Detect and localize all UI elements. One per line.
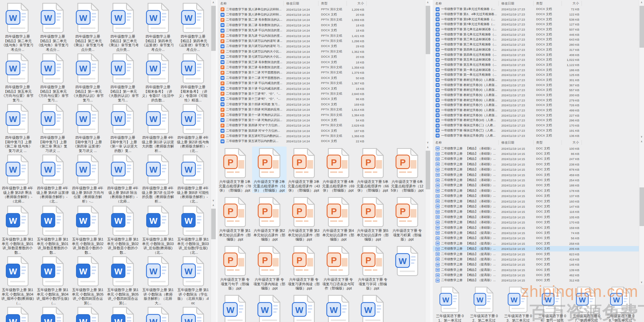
- file-icon-item[interactable]: W: [321, 293, 355, 322]
- file-row[interactable]: W 一年级数学下册 第5单元过关检测卷（... 2024/11/19 17:23…: [433, 17, 639, 22]
- scroll-down-icon[interactable]: ∨: [639, 134, 644, 139]
- scrollbar[interactable]: ∧ ∨: [211, 0, 216, 203]
- scroll-up-icon[interactable]: ∧: [211, 203, 216, 208]
- column-header-name[interactable]: 名称: [433, 140, 499, 145]
- file-icon-item[interactable]: W 四年级数学上册 【精品】第三单元《乘法》章节复习考点分类...: [70, 1, 105, 52]
- file-row[interactable]: P 二年级数学下册 第六讲万以内的读写 课... 2024/11/19 14:2…: [218, 38, 425, 43]
- file-icon-item[interactable]: W 五年级数学上册 第1单元 小数除法_第03讲_近似数(教师版)（北...: [140, 204, 175, 255]
- file-row[interactable]: W 一年级数学下册 第一单元达标测试卷（... 2024/11/19 17:23…: [433, 67, 639, 72]
- file-row[interactable]: P 二年级数学下册 第二讲 有余数除法的认... 2024/11/19 14:2…: [218, 17, 425, 23]
- file-icon-item[interactable]: W 五年级数学上册 第1单元 小数除法_第04讲_循环小数(学生版)（...: [35, 255, 70, 305]
- file-row[interactable]: P 二年级数学下册 第三讲 有余数除法的竖... 2024/11/19 14:2…: [218, 65, 425, 70]
- file-icon-item[interactable]: P 六年级语文下册 第4单元知识点课件（部编版）.ppt: [321, 195, 355, 242]
- file-icon-item[interactable]: W: [70, 305, 105, 322]
- column-header-date[interactable]: 修改日期: [499, 1, 534, 6]
- file-row[interactable]: W 一年级数学下册 第四单元过关检测卷（... 2024/11/19 17:23…: [433, 52, 639, 57]
- file-icon-item[interactable]: W 四年级数学上册 【期中复习】上册《第三章 乘法》复习讲义 ...: [35, 102, 70, 153]
- file-icon-item[interactable]: P 六年级语文下册 专项复习课内阅读（部编版）.ppt: [252, 244, 287, 291]
- file-row[interactable]: W 二年级数学上册 【精品】（基础版）... 2024/11/19 14:15 …: [433, 225, 639, 230]
- file-row[interactable]: W 一年级数学下册 教材过关卷(2)（人教版... 2024/11/19 17:…: [433, 78, 639, 83]
- file-row[interactable]: W 二年级数学上册 【精品】（基础版）... 2024/11/19 14:15 …: [433, 167, 639, 172]
- file-icon-item[interactable]: W: [287, 293, 321, 322]
- file-icon-item[interactable]: W 五年级数学上册 第1讲 小数除法（学生版）（北师大版）.doc: [175, 255, 211, 305]
- file-icon-item[interactable]: P 六年级语文下册 专项复习口语表达与写作（部编版）.ppt: [321, 244, 355, 291]
- scrollbar-thumb[interactable]: [639, 6, 644, 48]
- scroll-down-icon[interactable]: ∨: [639, 280, 644, 285]
- file-row[interactable]: W 一年级数学下册 教材过关卷(3)（人教版... 2024/11/19 17:…: [433, 82, 639, 88]
- file-row[interactable]: W 一年级数学下册 第3、4单元过关检测卷... 2024/11/19 17:2…: [433, 12, 639, 17]
- file-row[interactable]: W 二年级数学上册 【精品】（基础版）... 2024/11/19 14:15 …: [433, 214, 639, 220]
- file-row[interactable]: W 二年级数学下册 第五讲万以内的数认... 2024/11/19 14:24 …: [218, 139, 425, 144]
- file-icon-item[interactable]: W 四年级数学上册 【精品】第五单元《方向与位置》章节复习...: [35, 52, 70, 102]
- file-row[interactable]: W 二年级数学下册 第九讲 千以内加法的竖... 2024/11/19 14:2…: [218, 28, 425, 33]
- file-icon-item[interactable]: P 六年级语文下册 第3单元知识点课件（部编版）.ppt: [287, 195, 321, 242]
- file-icon-item[interactable]: W 四年级数学上册 【期末备考】（讲义）专题08《可能性》精选...: [175, 52, 211, 102]
- file-icon-item[interactable]: P 六年级语文下册 专项复习课外阅读（部编版）.ppt: [287, 244, 321, 291]
- file-icon-item[interactable]: W 五年级数学上册 第1单元 小数除法_第03讲_近似数(学生版)（北...: [175, 204, 211, 255]
- file-row[interactable]: W 一年级数学下册 第一单元过关检测卷（... 2024/11/19 17:23…: [433, 72, 639, 78]
- file-icon-item[interactable]: W: [218, 293, 252, 322]
- column-header-date[interactable]: 修改日期: [499, 140, 534, 145]
- scrollbar-thumb[interactable]: [426, 151, 430, 189]
- file-icon-item[interactable]: P 六年级语文下册 第5单元知识点课件（部编版）.ppt: [355, 195, 390, 242]
- file-row[interactable]: W 二年级数学上册 【精品】（基础版）... 2024/11/19 14:15 …: [433, 220, 639, 225]
- scroll-up-icon[interactable]: ∧: [639, 0, 644, 5]
- scroll-down-icon[interactable]: ∨: [211, 198, 216, 203]
- file-row[interactable]: W 一年级数学下册 第三单元过关检测卷（... 2024/11/19 17:23…: [433, 42, 639, 47]
- file-row[interactable]: W 一年级数学下册 教材过关卷(9)（人教版... 2024/11/19 17:…: [433, 113, 639, 118]
- scrollbar[interactable]: ∧ ∨: [639, 0, 644, 139]
- column-header-type[interactable]: 类型: [534, 1, 562, 6]
- file-icon-item[interactable]: W 五年级数学上册 第1单元 小数除法_第05讲_小数四则混合运算(...: [105, 255, 140, 305]
- file-row[interactable]: W 二年级数学下册 第十讲 千以内减法的竖... 2024/11/19 14:2…: [218, 86, 425, 91]
- file-icon-item[interactable]: W 四年级数学上册 【期中复习】上册《第四章 运算律》复习讲义 ...: [70, 102, 105, 153]
- file-icon-item[interactable]: P 六年级语文下册 5单元重点梳理课件（66张）（部编版）.ppt: [355, 147, 390, 193]
- file-icon-item[interactable]: P 六年级语文下册 专项复习句子（部编版）.ppt: [218, 244, 252, 291]
- file-row[interactable]: W 二年级数学上册 【精品】（提高版）... 2024/11/19 14:15 …: [433, 272, 639, 278]
- column-header-type[interactable]: 类型: [318, 1, 347, 6]
- file-row[interactable]: W 一年级数学下册 教材过关卷(5)（人教版... 2024/11/19 17:…: [433, 93, 639, 98]
- file-icon-item[interactable]: P 六年级语文下册 专项复习积累（部编版）.ppt: [390, 195, 424, 242]
- scroll-up-icon[interactable]: ∧: [211, 0, 216, 5]
- file-row[interactable]: W 二年级数学下册 第十一讲 对角的认识以... 2024/11/19 14:2…: [218, 118, 425, 123]
- file-icon-item[interactable]: W 四年级数学上册 4年级上册 第8讲 可能性（教师版含解析）-（北...: [175, 153, 211, 203]
- file-icon-item[interactable]: W: [140, 305, 175, 322]
- file-icon-item[interactable]: W 四年级数学上册 【精品】第一单元《大数的认识》章节复习...: [105, 52, 140, 102]
- file-icon-item[interactable]: P 六年级语文下册 6单元重点梳理课件（125张）（部编版）.ppt: [390, 147, 424, 193]
- file-icon-item[interactable]: W: [252, 293, 287, 322]
- file-icon-item[interactable]: W 四年级数学上册 【精品】第四单元《运算律》章节复习考点分...: [140, 1, 175, 52]
- file-row[interactable]: W 二年级数学上册 【精品】（提高版）... 2024/11/19 14:15 …: [433, 246, 639, 251]
- file-row[interactable]: W 二年级数学下册 第三讲 有余数除法的竖... 2024/11/19 14:2…: [218, 60, 425, 65]
- file-icon-item[interactable]: W 四年级数学上册 4年级上册 第7讲 生活中的负数（教师版含解析...: [140, 153, 175, 203]
- file-row[interactable]: W 二年级数学上册 【精品】（提高版）... 2024/11/19 14:15 …: [433, 262, 639, 267]
- file-icon-item[interactable]: P 六年级语文下册 2单元重点梳理课件（51张）（部编版）.ppt: [252, 147, 287, 193]
- file-icon-item[interactable]: W 五年级数学上册 第1单元 小数除法_第02讲_除数是小数的小数...: [70, 204, 105, 255]
- file-row[interactable]: W 二年级数学上册 【精品】（提高版）... 2024/11/19 14:15 …: [433, 251, 639, 257]
- file-icon-item[interactable]: W 五年级数学上册 第1讲 小数除法（教师版含解析）（北师大...: [140, 255, 175, 305]
- file-icon-item[interactable]: W 四年级数学上册 4年级上册 第3讲 乘法（教师版含解析）-（北师...: [0, 153, 35, 203]
- column-header-size[interactable]: 大小: [347, 1, 367, 6]
- file-row[interactable]: W 二年级数学上册 【精品】（基础版）... 2024/11/19 14:15 …: [433, 188, 639, 193]
- file-row[interactable]: P 二年级数学下册 第九讲 千以内加法的竖... 2024/11/19 14:2…: [218, 33, 425, 38]
- column-header-size[interactable]: 大小: [562, 140, 582, 145]
- file-icon-item[interactable]: W 五年级数学上册 第1单元 小数除法_第01讲_除数是整数的小数...: [0, 204, 35, 255]
- scrollbar[interactable]: ∧ ∨: [425, 0, 430, 145]
- file-row[interactable]: P 二年级数学下册 第十四讲 时间差的应用... 2024/11/19 14:2…: [218, 107, 425, 112]
- scrollbar[interactable]: ∧: [211, 203, 216, 322]
- file-row[interactable]: W 二年级数学上册 【精品】（提高版）... 2024/11/19 14:15 …: [433, 267, 639, 272]
- file-icon-item[interactable]: W 四年级数学上册 4年级上册 第4讲 运算律（教师版含解析）-（北...: [35, 153, 70, 203]
- file-row[interactable]: W 二年级数学下册 第二讲 有余数除法的认... 2024/11/19 14:2…: [218, 23, 425, 28]
- file-icon-item[interactable]: P 六年级语文下册 3单元重点梳理课件（43张）（部编版）.ppt: [287, 147, 321, 193]
- file-row[interactable]: W 二年级数学上册 【精品】（基础版）... 2024/11/19 14:15 …: [433, 172, 639, 177]
- file-row[interactable]: P 二年级数学下册 第四讲 对“8”个方位的... 2024/11/19 14:…: [218, 123, 425, 128]
- file-row[interactable]: W 二年级数学上册 【精品】（提高版）... 2024/11/19 14:15 …: [433, 230, 639, 235]
- scrollbar-thumb[interactable]: [211, 209, 216, 239]
- column-header-name[interactable]: 名称: [218, 1, 284, 6]
- file-icon-item[interactable]: W: [105, 305, 140, 322]
- file-icon-item[interactable]: W 四年级数学上册 【期末备考】（讲义）专题07《生活中的负数...: [140, 52, 175, 102]
- file-icon-item[interactable]: W 四年级数学上册 4年级上册 第5讲 方向与位置（教师版含解析）-...: [70, 153, 105, 203]
- file-row[interactable]: W 二年级数学下册 第十二讲 对平面图形的... 2024/11/19 14:2…: [218, 75, 425, 80]
- file-row[interactable]: W 二年级数学下册 第四讲 对“8”个方位的... 2024/11/19 14:…: [218, 128, 425, 133]
- file-icon-item[interactable]: W 四年级数学上册 4年级上册 第2讲 线与角（教师版含解析）-（北...: [175, 102, 211, 153]
- file-row[interactable]: W 二年级数学上册 【精品】（基础版）... 2024/11/19 14:15 …: [433, 162, 639, 167]
- file-row[interactable]: P 二年级数学下册 第十三讲“时”、“分”、“... 2024/11/19 14…: [218, 91, 425, 96]
